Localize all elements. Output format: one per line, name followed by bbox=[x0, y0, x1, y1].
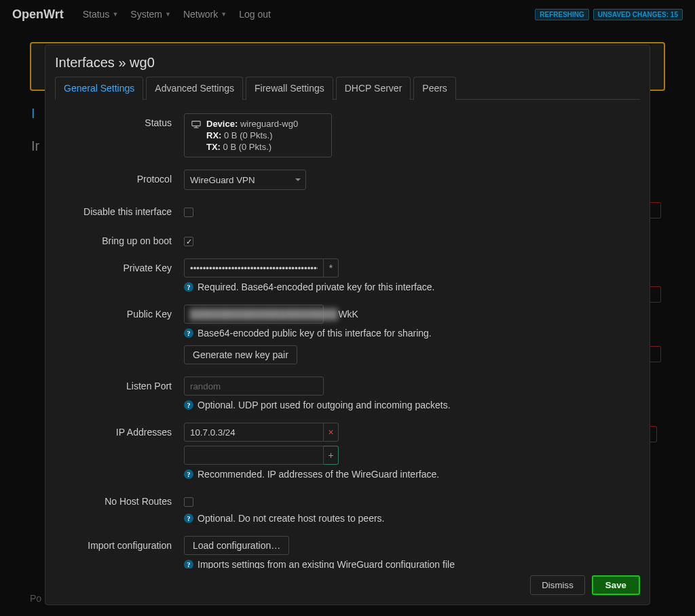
info-icon: ? bbox=[184, 400, 193, 410]
modal-title: Interfaces » wg0 bbox=[55, 52, 640, 76]
hint-listen-port: Optional. UDP port used for outgoing and… bbox=[198, 400, 451, 410]
label-listen-port: Listen Port bbox=[58, 377, 184, 391]
unsaved-changes-badge[interactable]: UNSAVED CHANGES: 15 bbox=[593, 9, 683, 20]
disable-interface-checkbox[interactable] bbox=[184, 208, 193, 217]
generate-key-pair-button[interactable]: Generate new key pair bbox=[184, 345, 297, 364]
hint-ip-addresses: Recommended. IP addresses of the WireGua… bbox=[198, 469, 439, 480]
listen-port-input[interactable] bbox=[184, 377, 324, 396]
save-button[interactable]: Save bbox=[592, 575, 640, 595]
nav-logout-label: Log out bbox=[239, 9, 271, 20]
tab-peers[interactable]: Peers bbox=[413, 77, 456, 100]
hint-import-configuration: Imports settings from an existing WireGu… bbox=[198, 559, 455, 569]
info-icon: ? bbox=[184, 469, 193, 479]
brand[interactable]: OpenWrt bbox=[12, 7, 64, 22]
background-footer-text: Po bbox=[30, 593, 41, 604]
nav-system[interactable]: System▼ bbox=[130, 9, 171, 20]
ip-address-input-new[interactable] bbox=[184, 446, 324, 465]
rx-label: RX: bbox=[206, 130, 221, 140]
bring-up-on-boot-checkbox[interactable] bbox=[184, 237, 193, 246]
hint-no-host-routes: Optional. Do not create host routes to p… bbox=[198, 513, 385, 524]
tx-label: TX: bbox=[206, 142, 221, 152]
protocol-select[interactable]: WireGuard VPN bbox=[184, 170, 306, 190]
tab-general-settings[interactable]: General Settings bbox=[55, 77, 143, 100]
nav-status[interactable]: Status▼ bbox=[83, 9, 119, 20]
public-key-display[interactable]: ████████████████████WkK bbox=[184, 305, 324, 324]
chevron-down-icon: ▼ bbox=[221, 11, 227, 18]
top-header: OpenWrt Status▼ System▼ Network▼ Log out… bbox=[0, 0, 695, 28]
info-icon: ? bbox=[184, 560, 193, 569]
hint-private-key: Required. Base64-encoded private key for… bbox=[198, 282, 434, 292]
nav-system-label: System bbox=[130, 9, 162, 20]
label-no-host-routes: No Host Routes bbox=[58, 492, 184, 507]
load-configuration-button[interactable]: Load configuration… bbox=[184, 536, 289, 555]
tab-advanced-settings[interactable]: Advanced Settings bbox=[146, 77, 243, 100]
label-protocol: Protocol bbox=[58, 170, 184, 185]
hint-public-key: Base64-encoded public key of this interf… bbox=[198, 328, 432, 339]
label-private-key: Private Key bbox=[58, 258, 184, 273]
public-key-masked: ████████████████████ bbox=[190, 309, 338, 320]
dismiss-button[interactable]: Dismiss bbox=[530, 575, 585, 595]
private-key-input[interactable] bbox=[184, 258, 324, 277]
info-icon: ? bbox=[184, 328, 193, 338]
device-label: Device: bbox=[206, 119, 238, 129]
modal-footer: Dismiss Save bbox=[45, 569, 650, 604]
label-ip-addresses: IP Addresses bbox=[58, 423, 184, 438]
nav-logout[interactable]: Log out bbox=[239, 9, 271, 20]
interface-modal: Interfaces » wg0 General Settings Advanc… bbox=[45, 45, 650, 605]
info-icon: ? bbox=[184, 282, 193, 292]
label-import-configuration: Import configuration bbox=[58, 536, 184, 551]
nav-status-label: Status bbox=[83, 9, 110, 20]
form-area: Status Device: wireguard-wg0 RX: 0 B (0 … bbox=[55, 109, 640, 569]
rx-value: 0 B (0 Pkts.) bbox=[224, 130, 273, 140]
reveal-private-key-button[interactable]: * bbox=[324, 258, 339, 277]
status-badges: REFRESHING UNSAVED CHANGES: 15 bbox=[535, 9, 683, 20]
nav-network[interactable]: Network▼ bbox=[183, 9, 227, 20]
info-icon: ? bbox=[184, 514, 193, 523]
refreshing-badge[interactable]: REFRESHING bbox=[535, 9, 589, 20]
chevron-down-icon: ▼ bbox=[165, 11, 171, 18]
nav-network-label: Network bbox=[183, 9, 218, 20]
background-text: I bbox=[31, 106, 35, 121]
svg-rect-0 bbox=[192, 121, 200, 126]
ip-address-input-0[interactable] bbox=[184, 423, 324, 442]
label-public-key: Public Key bbox=[58, 305, 184, 320]
label-disable: Disable this interface bbox=[58, 202, 184, 217]
device-icon bbox=[191, 119, 201, 129]
label-boot: Bring up on boot bbox=[58, 231, 184, 246]
status-box: Device: wireguard-wg0 RX: 0 B (0 Pkts.) … bbox=[184, 113, 332, 157]
no-host-routes-checkbox[interactable] bbox=[184, 497, 193, 507]
label-status: Status bbox=[58, 113, 184, 128]
device-value: wireguard-wg0 bbox=[240, 119, 298, 129]
tx-value: 0 B (0 Pkts.) bbox=[223, 142, 272, 152]
tab-dhcp-server[interactable]: DHCP Server bbox=[336, 77, 411, 100]
add-ip-button[interactable]: + bbox=[324, 446, 339, 465]
public-key-suffix: WkK bbox=[338, 309, 358, 320]
chevron-down-icon: ▼ bbox=[112, 11, 118, 18]
tab-firewall-settings[interactable]: Firewall Settings bbox=[246, 77, 333, 100]
modal-tabs: General Settings Advanced Settings Firew… bbox=[55, 76, 640, 100]
remove-ip-button[interactable]: × bbox=[324, 423, 339, 442]
background-text: Ir bbox=[31, 138, 39, 154]
